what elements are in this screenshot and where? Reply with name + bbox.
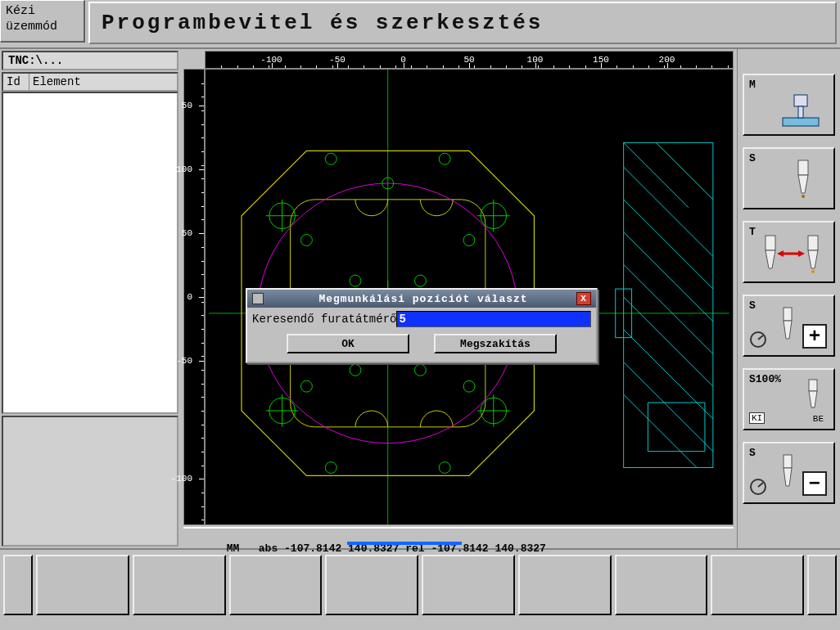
softkey-7[interactable] <box>615 555 708 615</box>
svg-line-65 <box>758 483 763 487</box>
softkey-3[interactable] <box>229 555 323 615</box>
ki-badge: KI <box>749 412 765 424</box>
tool-icon <box>802 378 824 412</box>
col-element[interactable]: Element <box>29 74 177 90</box>
svg-point-28 <box>325 462 336 474</box>
machine-icon <box>775 90 827 128</box>
svg-line-43 <box>624 394 697 467</box>
tool-button-t[interactable]: T <box>743 221 835 283</box>
tool-icon <box>777 453 798 491</box>
mode-line1: Kézi <box>6 4 79 20</box>
tool-button-s-minus[interactable]: S − <box>743 442 835 504</box>
dialog-select-position: Megmunkálási pozíciót választ X Keresend… <box>246 288 598 363</box>
svg-marker-51 <box>765 250 775 268</box>
svg-rect-50 <box>765 236 775 250</box>
svg-line-39 <box>624 330 713 419</box>
tool-button-s100[interactable]: S100% KI BE <box>743 368 835 430</box>
svg-marker-67 <box>784 468 792 486</box>
svg-point-25 <box>463 380 475 392</box>
softkey-4[interactable] <box>325 555 418 615</box>
ruler-left: 50100500-50-100 <box>183 69 205 525</box>
svg-line-37 <box>624 264 713 353</box>
diameter-input[interactable] <box>396 311 591 327</box>
svg-rect-46 <box>798 106 803 118</box>
svg-line-59 <box>758 335 763 340</box>
tool-button-s-plus[interactable]: S + <box>743 295 835 357</box>
softkey-8[interactable] <box>711 555 804 615</box>
cancel-button[interactable]: Megszakítás <box>434 334 557 353</box>
svg-marker-63 <box>809 391 817 407</box>
softkey-1[interactable] <box>36 555 129 615</box>
dialog-title: Megmunkálási pozíciót választ <box>270 293 576 305</box>
preview-box <box>2 416 178 547</box>
svg-marker-53 <box>808 250 818 268</box>
tree-body[interactable] <box>2 92 178 414</box>
be-label: BE <box>813 414 824 424</box>
right-toolbar: M S T <box>737 49 840 548</box>
svg-point-18 <box>439 153 450 164</box>
dialog-icon <box>252 293 264 304</box>
svg-point-21 <box>463 235 475 246</box>
ruler-top: -100-50050100150200 <box>205 51 734 69</box>
softkey-6[interactable] <box>518 555 612 615</box>
plus-icon: + <box>802 324 827 349</box>
col-id[interactable]: Id <box>3 74 29 90</box>
svg-rect-44 <box>783 118 819 126</box>
svg-line-36 <box>624 232 713 322</box>
svg-point-49 <box>802 195 805 198</box>
svg-marker-61 <box>784 321 792 339</box>
knob-icon <box>749 478 767 496</box>
softkey-prev[interactable] <box>3 555 33 615</box>
tree-header: Id Element <box>2 72 178 92</box>
svg-marker-57 <box>798 250 805 257</box>
svg-point-17 <box>325 153 336 164</box>
svg-point-29 <box>439 462 450 474</box>
svg-point-26 <box>350 364 361 376</box>
page-title: Programbevitel és szerkesztés <box>88 2 837 44</box>
diameter-label: Keresendő furatátmérő <box>252 313 396 326</box>
softkey-5[interactable] <box>422 555 515 615</box>
svg-rect-32 <box>624 142 713 467</box>
svg-rect-47 <box>798 160 808 175</box>
svg-line-42 <box>656 142 713 200</box>
tool-change-icon <box>756 234 829 277</box>
dialog-body: Keresendő furatátmérő OK Megszakítás <box>247 308 596 362</box>
svg-marker-48 <box>798 175 808 193</box>
svg-point-22 <box>350 275 361 286</box>
minus-icon: − <box>802 471 827 496</box>
svg-point-24 <box>300 380 312 392</box>
svg-rect-45 <box>794 95 807 106</box>
mode-tab[interactable]: Kézi üzemmód <box>0 0 85 43</box>
svg-point-27 <box>414 364 426 376</box>
progress-indicator <box>347 542 462 545</box>
knob-icon <box>749 331 767 349</box>
svg-rect-66 <box>784 455 792 468</box>
softkey-bar <box>0 548 840 620</box>
svg-line-34 <box>624 167 713 256</box>
svg-line-35 <box>624 200 713 289</box>
tool-label: S <box>749 152 829 164</box>
header: Kézi üzemmód Programbevitel és szerkeszt… <box>0 0 840 49</box>
path-field[interactable]: TNC:\... <box>2 51 178 70</box>
svg-line-41 <box>624 142 689 207</box>
close-button[interactable]: X <box>576 292 591 305</box>
status-bar: MM abs -107.8142 140.8327 rel -107.8142 … <box>183 527 734 545</box>
svg-marker-56 <box>777 250 784 257</box>
svg-point-20 <box>300 235 312 246</box>
svg-rect-60 <box>784 308 792 321</box>
tool-button-s-spindle[interactable]: S <box>743 147 835 209</box>
svg-point-54 <box>811 270 815 273</box>
tool-button-m[interactable]: M <box>743 74 835 136</box>
left-sidebar: TNC:\... Id Element <box>0 49 180 548</box>
svg-line-38 <box>624 297 713 386</box>
svg-point-23 <box>414 275 426 286</box>
dialog-titlebar[interactable]: Megmunkálási pozíciót választ X <box>247 290 596 308</box>
tool-label: M <box>749 79 829 91</box>
softkey-next[interactable] <box>807 555 837 615</box>
mode-line2: üzemmód <box>6 20 79 35</box>
svg-line-40 <box>624 362 713 451</box>
svg-rect-52 <box>808 236 818 250</box>
svg-rect-62 <box>809 380 817 391</box>
ok-button[interactable]: OK <box>287 334 409 353</box>
tool-icon <box>791 159 815 201</box>
